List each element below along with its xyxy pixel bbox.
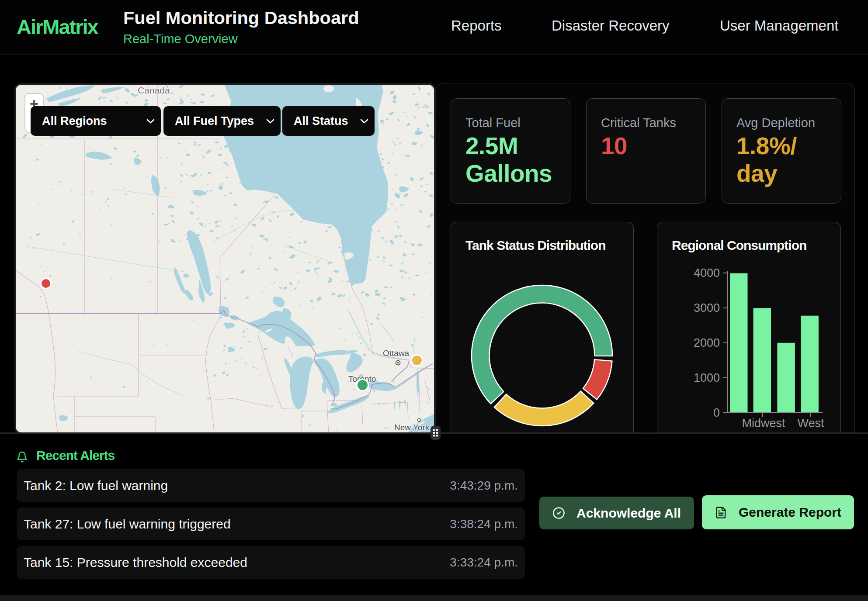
svg-text:West: West: [797, 417, 824, 430]
svg-text:4000: 4000: [694, 266, 720, 280]
svg-text:3000: 3000: [694, 301, 720, 314]
svg-text:Midwest: Midwest: [742, 417, 785, 430]
svg-text:2000: 2000: [694, 336, 720, 349]
svg-text:0: 0: [713, 406, 720, 419]
svg-text:1000: 1000: [694, 371, 720, 384]
